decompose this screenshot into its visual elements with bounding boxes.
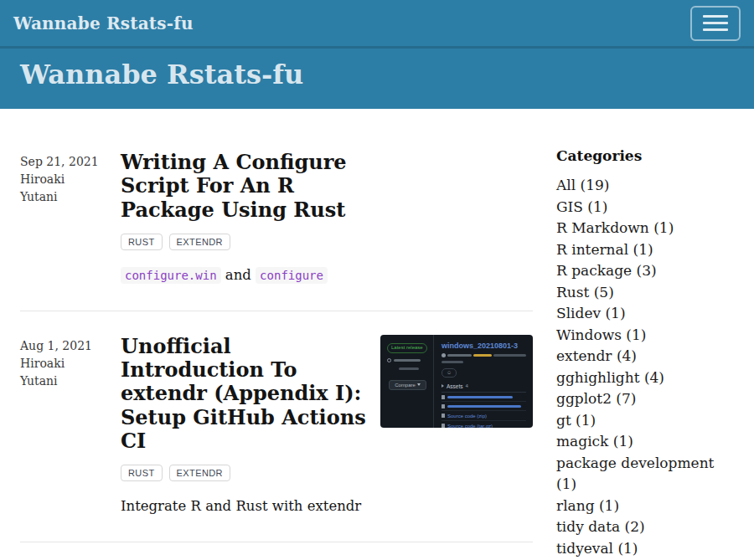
category-item: tidy data (2) — [556, 516, 734, 538]
post-body: Writing A Configure Script For An R Pack… — [121, 147, 533, 285]
category-link[interactable]: magick (1) — [556, 433, 633, 450]
avatar — [442, 353, 446, 357]
content-area: Sep 21, 2021 Hiroaki Yutani Writing A Co… — [0, 109, 754, 560]
asset-row — [442, 402, 526, 411]
category-item: R package (3) — [556, 260, 734, 282]
asset-link-bar — [447, 405, 521, 408]
navbar-brand[interactable]: Wannabe Rstats-fu — [13, 13, 194, 33]
tag-badge: RUST — [121, 234, 163, 250]
category-link[interactable]: All (19) — [556, 177, 609, 193]
site-banner: Wannabe Rstats-fu — [0, 49, 754, 109]
post-author: Hiroaki Yutani — [20, 171, 74, 206]
category-link[interactable]: Rust (5) — [556, 284, 614, 301]
chevron-right-icon — [442, 384, 444, 388]
category-item: package development (1) — [556, 453, 734, 496]
asset-row: Source code (zip) — [442, 411, 526, 421]
category-item: tidyeval (1) — [556, 538, 734, 560]
inline-code: configure.win — [121, 267, 221, 284]
tag-icon — [387, 358, 391, 362]
category-link[interactable]: tidy data (2) — [556, 518, 645, 535]
category-link[interactable]: gghighlight (4) — [556, 369, 664, 386]
post-meta: Sep 21, 2021 Hiroaki Yutani — [20, 147, 121, 285]
category-link[interactable]: R package (3) — [556, 262, 657, 279]
commit-row — [387, 367, 428, 370]
post-title-link[interactable]: Unofficial Introduction To extendr (Appe… — [121, 335, 372, 454]
post-date: Aug 1, 2021 — [20, 337, 121, 355]
post-tags: RUSTEXTENDR — [121, 465, 533, 481]
latest-release-badge: Latest release — [387, 343, 427, 353]
release-tag-bar — [394, 359, 421, 362]
categories-list: All (19)GIS (1)R Markdown (1)R internal … — [556, 175, 734, 560]
categories-heading: Categories — [556, 147, 734, 164]
inline-code: configure — [256, 267, 328, 284]
category-item: Rust (5) — [556, 282, 734, 304]
caret-down-icon — [417, 383, 421, 386]
post-date: Sep 21, 2021 — [20, 153, 121, 171]
category-link[interactable]: ggplot2 (7) — [556, 390, 636, 407]
category-item: All (19) — [556, 175, 734, 197]
category-item: ggplot2 (7) — [556, 388, 734, 410]
thumbnail-release-body: windows_20210801-3 ☺ — [434, 335, 533, 428]
file-icon — [442, 395, 445, 399]
asset-link-bar — [447, 396, 513, 398]
navbar: Wannabe Rstats-fu — [0, 0, 754, 49]
category-item: gt (1) — [556, 410, 734, 432]
post-tags: RUSTEXTENDR — [121, 234, 533, 250]
reaction-button: ☺ — [442, 368, 457, 378]
category-item: rlang (1) — [556, 496, 734, 517]
tag-badge: EXTENDR — [169, 465, 230, 481]
release-subtext-line — [442, 361, 526, 363]
asset-row: Source code (tar.gz) — [442, 421, 526, 428]
post-thumbnail[interactable]: Latest release Compare windows_2021 — [380, 335, 533, 428]
post-author: Hiroaki Yutani — [20, 355, 74, 390]
highlight-bar — [473, 354, 492, 357]
post-item: Sep 21, 2021 Hiroaki Yutani Writing A Co… — [20, 147, 533, 311]
category-item: gghighlight (4) — [556, 367, 734, 389]
asset-row — [442, 393, 526, 402]
post-title-link[interactable]: Writing A Configure Script For An R Pack… — [121, 151, 372, 222]
category-item: R internal (1) — [556, 239, 734, 261]
commit-hash-bar — [399, 367, 419, 370]
post-list: Sep 21, 2021 Hiroaki Yutani Writing A Co… — [20, 147, 533, 560]
post-description: Integrate R and Rust with extendr — [121, 496, 533, 516]
hamburger-icon — [703, 28, 728, 31]
category-link[interactable]: gt (1) — [556, 412, 596, 429]
assets-heading: Assets 4 — [442, 383, 526, 389]
compare-button: Compare — [389, 380, 426, 390]
file-icon — [442, 424, 445, 428]
post-description: configure.win and configure — [121, 265, 533, 285]
category-link[interactable]: Windows (1) — [556, 326, 646, 343]
source-targz-link: Source code (tar.gz) — [447, 424, 493, 428]
release-tag-row — [387, 358, 428, 362]
file-icon — [442, 414, 445, 418]
title-row: Unofficial Introduction To extendr (Appe… — [121, 331, 533, 454]
category-item: magick (1) — [556, 431, 734, 453]
category-link[interactable]: rlang (1) — [556, 497, 619, 514]
navbar-toggler-button[interactable] — [690, 6, 741, 41]
tag-badge: EXTENDR — [169, 234, 230, 250]
release-meta-line — [442, 353, 526, 357]
category-item: GIS (1) — [556, 197, 734, 218]
hamburger-icon — [703, 15, 728, 18]
site-title[interactable]: Wannabe Rstats-fu — [20, 59, 734, 90]
file-icon — [442, 404, 445, 408]
hamburger-icon — [703, 22, 728, 24]
category-link[interactable]: Slidev (1) — [556, 305, 626, 321]
category-link[interactable]: tidyeval (1) — [556, 540, 638, 557]
category-link[interactable]: R internal (1) — [556, 241, 653, 258]
post-body: Unofficial Introduction To extendr (Appe… — [121, 331, 533, 516]
category-link[interactable]: GIS (1) — [556, 198, 607, 215]
thumbnail-release-sidebar: Latest release Compare — [380, 335, 434, 428]
post-item: Aug 1, 2021 Hiroaki Yutani Unofficial In… — [20, 331, 533, 542]
category-link[interactable]: R Markdown (1) — [556, 219, 674, 236]
category-item: Slidev (1) — [556, 303, 734, 325]
source-zip-link: Source code (zip) — [447, 414, 487, 419]
release-title: windows_20210801-3 — [442, 342, 526, 350]
category-item: Windows (1) — [556, 325, 734, 347]
category-link[interactable]: extendr (4) — [556, 347, 637, 364]
categories-sidebar: Categories All (19)GIS (1)R Markdown (1)… — [556, 147, 734, 560]
post-meta: Aug 1, 2021 Hiroaki Yutani — [20, 331, 121, 516]
category-link[interactable]: package development (1) — [556, 455, 714, 493]
category-item: extendr (4) — [556, 346, 734, 367]
assets-list: Source code (zip) Source code (tar.gz) — [442, 392, 526, 428]
